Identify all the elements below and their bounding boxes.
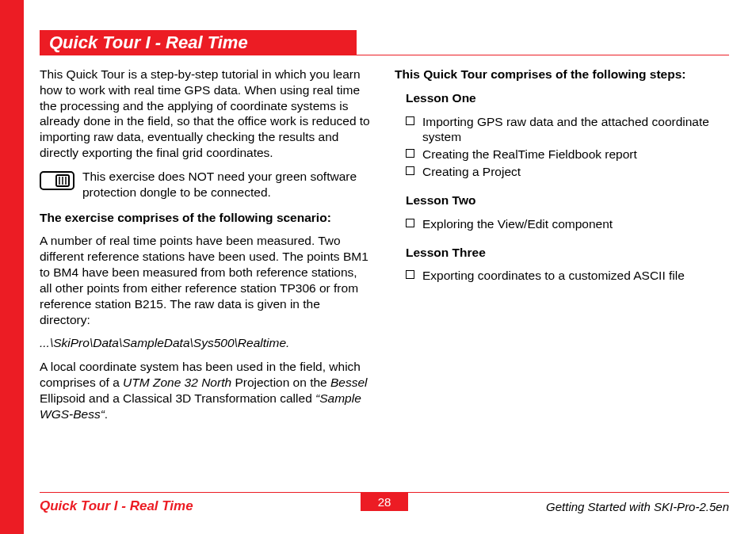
note-text: This exercise does NOT need your green s… bbox=[82, 169, 372, 200]
footer-row: Quick Tour I - Real Time 28 Getting Star… bbox=[40, 498, 729, 515]
coord-system-paragraph: A local coordinate system has been used … bbox=[40, 359, 372, 421]
left-margin-strip bbox=[0, 0, 24, 534]
lesson-title: Lesson Two bbox=[406, 193, 727, 208]
checklist-item: Exporting coordinates to a customized AS… bbox=[406, 268, 727, 284]
section-title: Quick Tour I - Real Time bbox=[40, 32, 248, 53]
title-red-box: Quick Tour I - Real Time bbox=[40, 30, 357, 55]
checkbox-icon bbox=[406, 116, 414, 125]
page-number: 28 bbox=[378, 495, 391, 509]
page-footer: Quick Tour I - Real Time 28 Getting Star… bbox=[40, 492, 729, 515]
steps-heading: This Quick Tour comprises of the followi… bbox=[395, 67, 727, 82]
coord-end: . bbox=[105, 407, 108, 421]
checklist-text: Exploring the View/Edit component bbox=[422, 216, 613, 232]
section-title-bar: Quick Tour I - Real Time bbox=[40, 30, 729, 57]
coord-bessel: Bessel bbox=[330, 376, 368, 389]
footer-section-name: Quick Tour I - Real Time bbox=[40, 498, 193, 514]
data-path: ...\SkiPro\Data\SampleData\Sys500\Realti… bbox=[40, 335, 372, 351]
checklist-text: Importing GPS raw data and the attached … bbox=[422, 114, 727, 146]
coord-utm: UTM Zone 32 North bbox=[123, 376, 231, 389]
lesson-three-block: Lesson Three Exporting coordinates to a … bbox=[406, 245, 727, 284]
pointing-hand-icon bbox=[40, 169, 74, 196]
checklist-text: Exporting coordinates to a customized AS… bbox=[422, 268, 685, 284]
checklist-item: Exploring the View/Edit component bbox=[406, 216, 727, 232]
checklist-text: Creating the RealTime Fieldbook report bbox=[422, 147, 637, 162]
lesson-one-block: Lesson One Importing GPS raw data and th… bbox=[406, 90, 727, 180]
page-number-box: 28 bbox=[361, 492, 408, 511]
title-underline bbox=[40, 55, 729, 55]
scenario-heading: The exercise comprises of the following … bbox=[40, 210, 372, 226]
lesson-two-block: Lesson Two Exploring the View/Edit compo… bbox=[406, 193, 727, 232]
checkbox-icon bbox=[406, 166, 414, 175]
footer-book-title: Getting Started with SKI-Pro-2.5en bbox=[546, 500, 729, 513]
checklist-text: Creating a Project bbox=[422, 164, 521, 180]
two-column-layout: This Quick Tour is a step-by-step tutori… bbox=[40, 67, 729, 430]
content-area: Quick Tour I - Real Time This Quick Tour… bbox=[40, 30, 729, 430]
checkbox-icon bbox=[406, 149, 414, 158]
right-column: This Quick Tour comprises of the followi… bbox=[395, 67, 727, 430]
intro-paragraph: This Quick Tour is a step-by-step tutori… bbox=[40, 67, 372, 161]
checklist-item: Importing GPS raw data and the attached … bbox=[406, 114, 727, 146]
document-page: Quick Tour I - Real Time This Quick Tour… bbox=[0, 0, 756, 534]
note-row: This exercise does NOT need your green s… bbox=[40, 169, 372, 200]
coord-post: Ellipsoid and a Classical 3D Transformat… bbox=[40, 391, 315, 405]
checklist-item: Creating the RealTime Fieldbook report bbox=[406, 147, 727, 162]
left-column: This Quick Tour is a step-by-step tutori… bbox=[40, 67, 372, 430]
checkbox-icon bbox=[406, 270, 414, 279]
coord-mid: Projection on the bbox=[231, 376, 330, 389]
checkbox-icon bbox=[406, 219, 414, 227]
lesson-title: Lesson One bbox=[406, 90, 727, 106]
checklist-item: Creating a Project bbox=[406, 164, 727, 180]
lesson-title: Lesson Three bbox=[406, 245, 727, 261]
scenario-body: A number of real time points have been m… bbox=[40, 233, 372, 327]
